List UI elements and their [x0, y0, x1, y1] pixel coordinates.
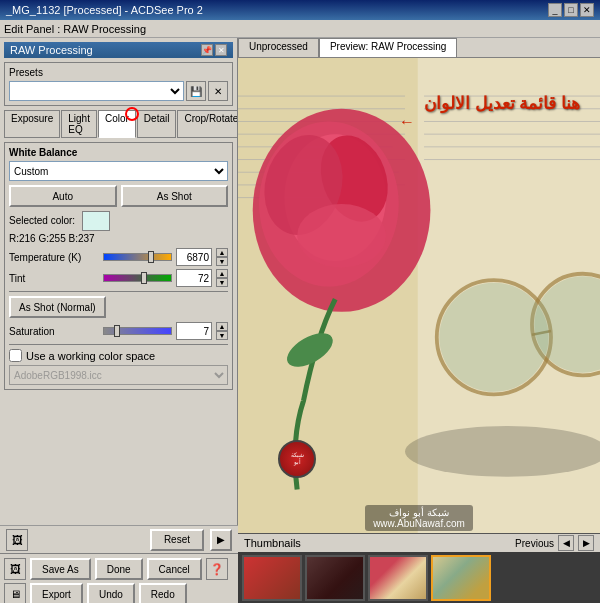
- tint-down[interactable]: ▼: [216, 278, 228, 287]
- temperature-down[interactable]: ▼: [216, 257, 228, 266]
- tab-color[interactable]: Color: [98, 110, 136, 138]
- presets-label: Presets: [9, 67, 228, 78]
- saturation-row: Saturation 7 ▲ ▼: [9, 322, 228, 340]
- wb-as-shot-button[interactable]: As Shot: [121, 185, 229, 207]
- logo-icon: شبكةأبو: [278, 440, 316, 478]
- thumbnail-1[interactable]: [242, 555, 302, 601]
- photo-display: هنا قائمة تعديل الالوان ← شبكةأبو: [238, 58, 600, 553]
- tint-label: Tint: [9, 273, 99, 284]
- tab-preview-raw[interactable]: Preview: RAW Processing: [319, 38, 457, 57]
- thumbnails-nav: Previous ◀ ▶: [515, 535, 594, 551]
- thumbnails-bar: Thumbnails Previous ◀ ▶: [238, 533, 600, 603]
- menu-edit-panel[interactable]: Edit Panel : RAW Processing: [4, 23, 146, 35]
- saturation-thumb[interactable]: [114, 325, 120, 337]
- minimize-button[interactable]: _: [548, 3, 562, 17]
- tab-crop-rotate[interactable]: Crop/Rotate: [177, 110, 238, 138]
- export-button[interactable]: Export: [30, 583, 83, 603]
- thumbnail-3[interactable]: [368, 555, 428, 601]
- tab-exposure[interactable]: Exposure: [4, 110, 60, 138]
- as-shot-normal-button[interactable]: As Shot (Normal): [9, 296, 106, 318]
- panel-close-icon[interactable]: ✕: [215, 44, 227, 56]
- done-button[interactable]: Done: [95, 558, 143, 580]
- title-bar: _MG_1132 [Processed] - ACDSee Pro 2 _ □ …: [0, 0, 600, 20]
- presets-section: Presets 💾 ✕: [4, 62, 233, 106]
- preset-close-btn[interactable]: ✕: [208, 81, 228, 101]
- right-panel: Unprocessed Preview: RAW Processing: [238, 38, 600, 553]
- preset-save-btn[interactable]: 💾: [186, 81, 206, 101]
- color-space-label: Use a working color space: [26, 350, 155, 362]
- preset-select[interactable]: [9, 81, 184, 101]
- bottom-row-2: 🖥 Export Undo Redo: [4, 583, 234, 603]
- thumbnails-row: [238, 552, 600, 603]
- temperature-label: Temperature (K): [9, 252, 99, 263]
- temperature-up[interactable]: ▲: [216, 248, 228, 257]
- svg-point-27: [439, 283, 548, 392]
- thumbnails-header: Thumbnails Previous ◀ ▶: [238, 534, 600, 552]
- saturation-spinner: ▲ ▼: [216, 322, 228, 340]
- selected-color-row: Selected color:: [9, 211, 228, 231]
- right-tabs: Unprocessed Preview: RAW Processing: [238, 38, 600, 58]
- saturation-down[interactable]: ▼: [216, 331, 228, 340]
- bottom-left-icon-2[interactable]: 🖥: [4, 583, 26, 603]
- tint-value[interactable]: 72: [176, 269, 212, 287]
- tab-unprocessed[interactable]: Unprocessed: [238, 38, 319, 57]
- color-values: R:216 G:255 B:237: [9, 233, 228, 244]
- temperature-thumb[interactable]: [148, 251, 154, 263]
- arabic-annotation: هنا قائمة تعديل الالوان: [424, 93, 580, 114]
- undo-button[interactable]: Undo: [87, 583, 135, 603]
- wb-auto-button[interactable]: Auto: [9, 185, 117, 207]
- thumb-prev-btn[interactable]: ◀: [558, 535, 574, 551]
- tint-up[interactable]: ▲: [216, 269, 228, 278]
- tint-row: Tint 72 ▲ ▼: [9, 269, 228, 287]
- reset-button[interactable]: Reset: [150, 529, 204, 551]
- saturation-up[interactable]: ▲: [216, 322, 228, 331]
- bottom-left-icon-1[interactable]: 🖼: [4, 558, 26, 580]
- saturation-slider[interactable]: [103, 327, 172, 335]
- annotation-arrow: ←: [399, 113, 415, 131]
- tab-color-indicator: [125, 107, 139, 121]
- panel-pin-icon[interactable]: 📌: [201, 44, 213, 56]
- tint-thumb[interactable]: [141, 272, 147, 284]
- menu-bar: Edit Panel : RAW Processing: [0, 20, 600, 38]
- color-space-dropdown[interactable]: AdobeRGB1998.icc: [9, 365, 228, 385]
- temperature-value[interactable]: 6870: [176, 248, 212, 266]
- cancel-button[interactable]: Cancel: [147, 558, 202, 580]
- tab-detail[interactable]: Detail: [137, 110, 177, 138]
- panel-header: RAW Processing 📌 ✕: [4, 42, 233, 58]
- svg-point-29: [405, 426, 600, 477]
- thumbnail-4[interactable]: [431, 555, 491, 601]
- svg-point-22: [297, 204, 386, 267]
- thumbnail-2[interactable]: [305, 555, 365, 601]
- main-layout: RAW Processing 📌 ✕ Presets 💾 ✕ Exposure: [0, 38, 600, 553]
- tint-slider[interactable]: [103, 274, 172, 282]
- temperature-slider[interactable]: [103, 253, 172, 261]
- panel-footer-nav: 🖼 Reset ▶: [0, 525, 238, 553]
- window-title: _MG_1132 [Processed] - ACDSee Pro 2: [6, 4, 203, 16]
- color-swatch: [82, 211, 110, 231]
- bottom-bar: 🖼 Save As Done Cancel ❓ 🖥 Export Undo Re…: [0, 553, 238, 603]
- reset-next-group: Reset ▶: [150, 529, 232, 551]
- panel-nav-icon[interactable]: 🖼: [6, 529, 28, 551]
- bottom-right-icon[interactable]: ❓: [206, 558, 228, 580]
- wb-label: White Balance: [9, 147, 228, 158]
- save-as-button[interactable]: Save As: [30, 558, 91, 580]
- tint-spinner: ▲ ▼: [216, 269, 228, 287]
- redo-button[interactable]: Redo: [139, 583, 187, 603]
- thumb-next-btn[interactable]: ▶: [578, 535, 594, 551]
- color-space-row: Use a working color space: [9, 349, 228, 362]
- temperature-spinner: ▲ ▼: [216, 248, 228, 266]
- wb-dropdown[interactable]: Custom: [9, 161, 228, 181]
- image-area: هنا قائمة تعديل الالوان ← شبكةأبو: [238, 58, 600, 553]
- next-button[interactable]: ▶: [210, 529, 232, 551]
- maximize-button[interactable]: □: [564, 3, 578, 17]
- white-balance-section: White Balance Custom Auto As Shot Select…: [4, 142, 233, 390]
- color-space-checkbox[interactable]: [9, 349, 22, 362]
- close-button[interactable]: ✕: [580, 3, 594, 17]
- saturation-value[interactable]: 7: [176, 322, 212, 340]
- left-panel: RAW Processing 📌 ✕ Presets 💾 ✕ Exposure: [0, 38, 238, 553]
- divider1: [9, 291, 228, 292]
- divider2: [9, 344, 228, 345]
- photo-svg: [238, 58, 600, 553]
- tab-light-eq[interactable]: Light EQ: [61, 110, 97, 138]
- temperature-row: Temperature (K) 6870 ▲ ▼: [9, 248, 228, 266]
